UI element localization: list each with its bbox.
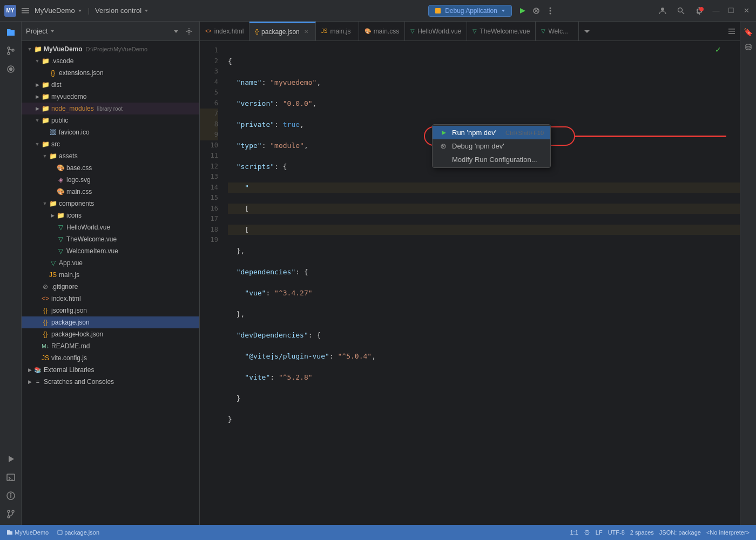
tab-main-js[interactable]: JS main.js <box>316 22 359 40</box>
vcs-button[interactable]: Version control <box>95 6 149 15</box>
code-editor[interactable]: { "name": "myvuedemo", "version": "0.0.0… <box>224 41 740 525</box>
ctx-shortcut-run: Ctrl+Shift+F10 <box>505 130 544 136</box>
status-interpreter[interactable]: <No interpreter> <box>704 529 752 536</box>
sidebar-item-run[interactable] <box>2 450 19 468</box>
tree-item-dist[interactable]: ▶ 📁 dist <box>22 79 199 91</box>
search-button[interactable] <box>674 4 688 18</box>
svg-rect-27 <box>728 29 735 30</box>
tree-item-node-modules[interactable]: ▶ 📁 node_modules library root <box>22 103 199 114</box>
tree-item-welcomeitem[interactable]: ▽ WelcomeItem.vue <box>22 245 199 257</box>
tree-item-thewelcome[interactable]: ▽ TheWelcome.vue <box>22 233 199 245</box>
tree-item-main-css[interactable]: 🎨 main.css <box>22 186 199 198</box>
html-icon-index: <> <box>41 295 50 302</box>
status-position[interactable]: 1:1 <box>568 529 580 536</box>
status-file[interactable]: package.json <box>55 529 102 536</box>
status-filetype[interactable]: JSON: package <box>657 529 703 536</box>
titlebar: MY MyVueDemo | Version control Debug App… <box>0 0 756 22</box>
tree-item-helloworld[interactable]: ▽ HelloWorld.vue <box>22 221 199 233</box>
tab-close-package-json[interactable]: ✕ <box>302 28 310 36</box>
tree-item-favicon[interactable]: 🖼 favicon.ico <box>22 126 199 138</box>
close-button[interactable]: ✕ <box>741 5 752 16</box>
tree-label-dist: dist <box>51 81 62 89</box>
tab-thewelcome-vue[interactable]: ▽ TheWelcome.vue <box>467 22 536 40</box>
tree-item-public[interactable]: ▼ 📁 public <box>22 114 199 126</box>
tree-label-scratches: Scratches and Consoles <box>44 378 114 386</box>
tree-item-base-css[interactable]: 🎨 base.css <box>22 162 199 174</box>
tree-item-gitignore[interactable]: ⊘ .gitignore <box>22 281 199 293</box>
minimize-button[interactable]: — <box>711 5 721 16</box>
tab-helloworld-vue[interactable]: ▽ HelloWorld.vue <box>405 22 467 40</box>
tree-item-icons[interactable]: ▶ 📁 icons <box>22 210 199 221</box>
tab-index-html[interactable]: <> index.html <box>200 22 249 40</box>
tree-item-package-lock[interactable]: {} package-lock.json <box>22 328 199 340</box>
tree-item-readme[interactable]: M↓ README.md <box>22 340 199 352</box>
tree-item-external-libraries[interactable]: ▶ 📚 External Libraries <box>22 364 199 376</box>
tab-package-json[interactable]: {} package.json ✕ <box>249 22 315 40</box>
sidebar-item-project[interactable] <box>2 24 19 41</box>
status-indent[interactable]: 2 spaces <box>628 529 656 536</box>
editor-content: 12345 67 8 9 10111213 14151617 1819 { "n… <box>200 41 740 525</box>
account-button[interactable] <box>656 4 670 18</box>
sidebar-item-terminal[interactable] <box>2 469 19 486</box>
ctx-modify-config[interactable]: Modify Run Configuration... <box>433 153 550 166</box>
tree-label-app-vue: App.vue <box>59 259 83 267</box>
tree-label-vscode: .vscode <box>51 57 73 65</box>
tree-item-app-vue[interactable]: ▽ App.vue <box>22 257 199 269</box>
tree-item-vscode[interactable]: ▼ 📁 .vscode <box>22 55 199 67</box>
ctx-debug-npm-dev[interactable]: Debug 'npm dev' <box>433 139 550 153</box>
more-options-button[interactable] <box>543 4 557 18</box>
sidebar-item-info[interactable] <box>2 487 19 504</box>
sidebar-dropdown-icon[interactable] <box>50 29 55 34</box>
status-project[interactable]: MyVueDemo <box>4 529 51 536</box>
status-encoding[interactable]: UTF-8 <box>606 529 627 536</box>
tabs-more-button[interactable] <box>579 22 595 40</box>
debug-config-button[interactable]: Debug Application <box>428 5 512 17</box>
tree-item-jsconfig[interactable]: {} jsconfig.json <box>22 305 199 316</box>
hamburger-menu-button[interactable] <box>19 5 31 17</box>
svg-line-10 <box>682 12 684 14</box>
tree-item-assets[interactable]: ▼ 📁 assets <box>22 150 199 162</box>
tree-item-components[interactable]: ▼ 📁 components <box>22 198 199 210</box>
project-name-button[interactable]: MyVueDemo <box>35 6 83 15</box>
sidebar-item-circle[interactable] <box>2 60 19 78</box>
tabs-settings-btn[interactable] <box>726 25 738 37</box>
tree-item-vite-config[interactable]: JS vite.config.js <box>22 352 199 364</box>
tree-item-src[interactable]: ▼ 📁 src <box>22 138 199 150</box>
tab-label-helloworld: HelloWorld.vue <box>417 28 461 35</box>
tab-welcome-item-vue[interactable]: ▽ Welc... <box>536 22 579 40</box>
status-warnings[interactable] <box>582 529 592 536</box>
sidebar-settings-btn[interactable] <box>183 25 195 37</box>
right-database-btn[interactable] <box>742 41 754 53</box>
tree-item-index-html[interactable]: <> index.html <box>22 293 199 305</box>
maximize-button[interactable]: ☐ <box>726 5 737 16</box>
tree-item-myvuedemo[interactable]: ▶ 📁 myvuedemo <box>22 91 199 103</box>
tree-item-main-js[interactable]: JS main.js <box>22 269 199 281</box>
tree-item-scratches-consoles[interactable]: ▶ = Scratches and Consoles <box>22 376 199 388</box>
tree-item-package-json[interactable]: {} package.json <box>22 316 199 328</box>
svg-rect-2 <box>22 12 29 14</box>
tree-item-logo-svg[interactable]: ◈ logo.svg <box>22 174 199 186</box>
svg-point-21 <box>10 494 11 494</box>
tree-label-package-lock: package-lock.json <box>51 330 103 338</box>
debug-button[interactable] <box>529 4 543 18</box>
tree-label-extensions-json: extensions.json <box>59 69 104 77</box>
right-collapse-btn[interactable] <box>742 56 754 68</box>
tree-item-root[interactable]: ▼ 📁 MyVueDemo D:\Project\MyVueDemo <box>22 43 199 55</box>
tree-item-extensions-json[interactable]: {} extensions.json <box>22 67 199 79</box>
folder-icon-icons: 📁 <box>56 212 65 219</box>
tab-main-css[interactable]: 🎨 main.css <box>359 22 405 40</box>
folder-icon-components: 📁 <box>49 200 57 207</box>
run-button[interactable] <box>515 4 529 18</box>
tree-label-assets: assets <box>59 152 78 160</box>
sidebar-collapse-btn[interactable] <box>170 25 182 37</box>
sidebar-item-git[interactable] <box>2 42 19 59</box>
settings-button[interactable] <box>692 4 706 18</box>
validation-checkmark: ✓ <box>715 45 721 54</box>
tree-label-main-css: main.css <box>66 188 92 195</box>
sidebar-item-gitbranch[interactable] <box>2 505 19 523</box>
right-bookmark-btn[interactable]: 🔖 <box>742 26 754 38</box>
tab-label-thewelcome: TheWelcome.vue <box>480 28 530 35</box>
status-line-ending[interactable]: LF <box>593 529 605 536</box>
tree-arrow-icons: ▶ <box>49 213 56 218</box>
ctx-run-npm-dev[interactable]: Run 'npm dev' Ctrl+Shift+F10 <box>433 126 550 139</box>
